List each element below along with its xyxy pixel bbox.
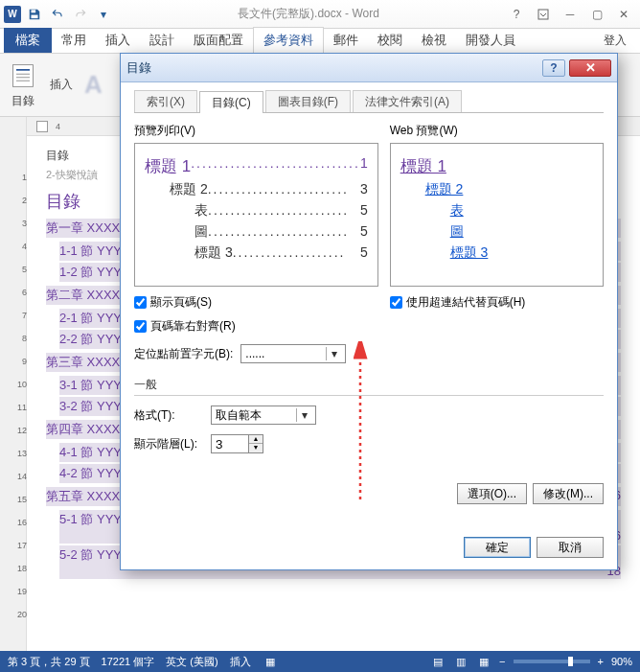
spin-up-icon[interactable]: ▲ [249, 435, 263, 444]
tab-legal[interactable]: 法律文件索引(A) [353, 90, 462, 112]
web-link-5[interactable]: 標題 3 [400, 244, 593, 262]
cancel-button[interactable]: 取消 [537, 537, 604, 558]
tab-layout[interactable]: 版面配置 [184, 28, 253, 53]
levels-input[interactable] [211, 434, 249, 453]
web-link-1[interactable]: 標題 1 [400, 155, 593, 177]
tab-review[interactable]: 校閱 [368, 28, 412, 53]
print-layout-icon[interactable]: ▥ [453, 654, 469, 669]
sign-in-link[interactable]: 登入 [594, 29, 636, 53]
svg-rect-0 [32, 10, 36, 12]
levels-label: 顯示階層(L): [134, 436, 203, 452]
general-section-label: 一般 [134, 377, 604, 396]
status-insert[interactable]: 插入 [230, 655, 251, 669]
show-page-numbers-checkbox[interactable]: 顯示頁碼(S) [134, 294, 378, 311]
zoom-slider[interactable] [514, 660, 590, 663]
chevron-down-icon: ▾ [296, 408, 311, 422]
insert-button[interactable]: 插入 [50, 77, 73, 93]
dialog-titlebar[interactable]: 目錄 ? ✕ [121, 54, 617, 82]
dialog-title-text: 目錄 [126, 59, 151, 77]
web-layout-icon[interactable]: ▦ [476, 654, 491, 669]
tab-references[interactable]: 參考資料 [253, 27, 324, 54]
toc-label: 目錄 [11, 93, 34, 109]
minimize-icon[interactable]: ─ [558, 5, 583, 24]
tab-mailings[interactable]: 郵件 [324, 28, 368, 53]
insert-label: 插入 [50, 77, 73, 93]
chevron-down-icon: ▾ [326, 347, 341, 360]
zoom-level[interactable]: 90% [611, 656, 632, 667]
word-icon: W [4, 6, 21, 23]
status-lang[interactable]: 英文 (美國) [166, 655, 217, 669]
window-titlebar: W ▾ 長文件(完整版).docx - Word ? ─ ▢ ✕ [0, 0, 640, 29]
zoom-out-icon[interactable]: − [499, 656, 505, 667]
dialog-close-icon[interactable]: ✕ [569, 59, 611, 77]
tab-leader-dropdown[interactable]: ......▾ [240, 344, 346, 363]
obscured-ribbon-area: A [84, 70, 104, 100]
file-tab[interactable]: 檔案 [4, 28, 52, 53]
vertical-ruler: 12 34 56 78 910 1112 1314 1516 1718 1920 [0, 117, 27, 651]
undo-icon[interactable] [48, 5, 67, 24]
tab-figures[interactable]: 圖表目錄(F) [265, 90, 351, 112]
document-title: 長文件(完整版).docx - Word [113, 6, 504, 22]
status-words[interactable]: 17221 個字 [102, 655, 155, 669]
web-link-2[interactable]: 標題 2 [400, 181, 593, 198]
use-hyperlinks-checkbox[interactable]: 使用超連結代替頁碼(H) [390, 294, 604, 311]
read-mode-icon[interactable]: ▤ [430, 654, 446, 669]
toc-button[interactable]: 目錄 [8, 60, 38, 109]
web-preview-label: Web 預覽(W) [390, 123, 604, 139]
right-align-checkbox[interactable]: 頁碼靠右對齊(R) [134, 318, 378, 335]
qat-dropdown-icon[interactable]: ▾ [94, 5, 113, 24]
svg-rect-1 [32, 14, 38, 17]
ok-button[interactable]: 確定 [464, 537, 531, 558]
ribbon-tabs: 檔案 常用 插入 設計 版面配置 參考資料 郵件 校閱 檢視 開發人員 登入 [0, 29, 640, 54]
toc-icon [8, 60, 38, 91]
save-icon[interactable] [25, 5, 44, 24]
close-window-icon[interactable]: ✕ [611, 5, 636, 24]
svg-rect-3 [13, 65, 34, 87]
tab-view[interactable]: 檢視 [412, 28, 456, 53]
spin-down-icon[interactable]: ▼ [249, 444, 263, 452]
tab-developer[interactable]: 開發人員 [456, 28, 525, 53]
toc-dialog: 目錄 ? ✕ 索引(X) 目錄(C) 圖表目錄(F) 法律文件索引(A) 預覽列… [120, 53, 618, 570]
dialog-help-icon[interactable]: ? [542, 59, 565, 77]
tab-toc[interactable]: 目錄(C) [199, 91, 263, 113]
svg-rect-2 [538, 10, 548, 19]
levels-spinner[interactable]: ▲▼ [211, 434, 263, 453]
options-button[interactable]: 選項(O)... [457, 483, 527, 504]
status-page[interactable]: 第 3 頁，共 29 頁 [8, 655, 90, 669]
tab-home[interactable]: 常用 [52, 28, 96, 53]
tab-insert[interactable]: 插入 [96, 28, 140, 53]
print-preview-label: 預覽列印(V) [134, 123, 378, 139]
web-preview-box: 標題 1 標題 2 表 圖 標題 3 [390, 143, 604, 287]
dialog-tabs: 索引(X) 目錄(C) 圖表目錄(F) 法律文件索引(A) [134, 90, 604, 113]
status-bar: 第 3 頁，共 29 頁 17221 個字 英文 (美國) 插入 ▦ ▤ ▥ ▦… [0, 651, 640, 672]
zoom-in-icon[interactable]: + [598, 656, 604, 667]
tab-index[interactable]: 索引(X) [134, 90, 197, 112]
web-link-4[interactable]: 圖 [400, 223, 593, 241]
maximize-icon[interactable]: ▢ [584, 5, 609, 24]
tab-selector-icon[interactable] [36, 121, 48, 132]
format-dropdown[interactable]: 取自範本▾ [211, 406, 316, 425]
help-icon[interactable]: ? [504, 5, 529, 24]
ribbon-collapse-icon[interactable] [531, 5, 556, 24]
macro-icon[interactable]: ▦ [263, 654, 278, 669]
web-link-3[interactable]: 表 [400, 202, 593, 220]
format-label: 格式(T): [134, 407, 203, 424]
redo-icon[interactable] [71, 5, 90, 24]
tab-design[interactable]: 設計 [140, 28, 184, 53]
print-preview-box: 標題 1..............................1 標題 2… [134, 143, 378, 287]
modify-button[interactable]: 修改(M)... [533, 483, 604, 504]
tab-leader-label: 定位點前置字元(B): [134, 346, 233, 362]
